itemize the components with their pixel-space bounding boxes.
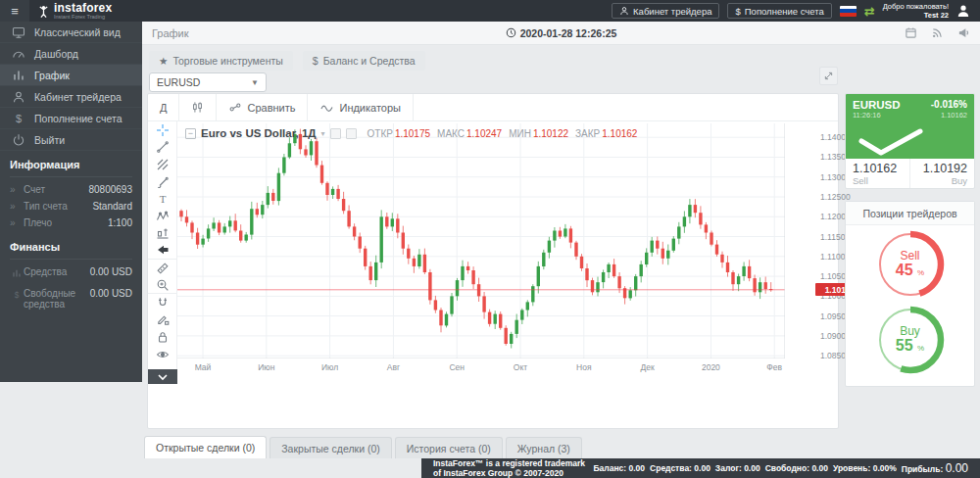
dollar-icon: $: [313, 55, 318, 67]
drawing-tools-strip: T: [148, 121, 177, 384]
x-axis-label: Июл: [316, 362, 345, 372]
legend-title: Euro vs US Dollar, 1Д: [201, 127, 316, 139]
collapse-legend-icon[interactable]: −: [185, 128, 196, 139]
sidebar-item-dashboard[interactable]: Дашборд: [0, 43, 142, 65]
trader-cabinet-button[interactable]: Кабинет трейдера: [612, 3, 719, 19]
chart-type-button[interactable]: [179, 94, 217, 120]
menu-toggle-icon[interactable]: ≡: [0, 0, 29, 22]
ohlc-item: ОТКР1.10175: [368, 127, 431, 139]
buy-quote-cell[interactable]: 1.10192 Buy: [909, 159, 974, 189]
user-icon: [12, 90, 25, 104]
text-tool[interactable]: T: [148, 190, 177, 208]
x-axis-label: Ноя: [569, 362, 599, 372]
indicators-button[interactable]: Индикаторы: [308, 94, 414, 120]
check-icon: [856, 127, 926, 157]
sidebar-item-label: Дашборд: [34, 48, 78, 60]
footer-stat: Залог: 0.00: [715, 463, 760, 473]
footer-stat: Средства: 0.00: [650, 463, 710, 473]
quote-card[interactable]: EURUSD -0.016% 11:26:16 1.10162 1.10162 …: [845, 93, 975, 189]
language-flag-russia-icon[interactable]: [840, 6, 857, 17]
page-titlebar: График 2020-01-28 12:26:25: [142, 22, 980, 45]
sidebar-info-section: Информация »Счет80800693»Тип счетаStanda…: [0, 151, 142, 233]
compare-button[interactable]: Сравнить: [217, 94, 308, 120]
wave-icon: [319, 101, 334, 114]
trader-positions-panel: Позиции трейдеров Sell 45 % Buy 55 %: [845, 201, 975, 387]
svg-text:$: $: [16, 113, 22, 124]
brand-logo[interactable]: instaforex Instant Forex Trading: [29, 2, 120, 21]
quote-time: 11:26:16: [853, 111, 881, 120]
sidebar-item-power[interactable]: Выйти: [0, 129, 142, 151]
eye-tool[interactable]: [148, 346, 177, 363]
trend-line-tool[interactable]: [148, 139, 177, 157]
sidebar-info-row: »Плечо1:100: [10, 215, 132, 231]
sidebar-item-classic-view[interactable]: Классический вид: [0, 22, 142, 43]
tab-журнал-3-[interactable]: Журнал (3): [506, 437, 582, 458]
sidebar-item-label: Пополнение счета: [34, 113, 122, 124]
lock-tool[interactable]: [148, 328, 177, 346]
sell-price: 1.10162: [853, 162, 903, 175]
welcome-block: Добро пожаловать! Test 22: [883, 2, 949, 21]
brush-tool[interactable]: [148, 173, 177, 191]
clock-icon: [506, 27, 516, 38]
magnet-tool[interactable]: [148, 294, 177, 311]
legend-action-icon[interactable]: [330, 128, 341, 139]
zoom-in-tool[interactable]: [148, 276, 177, 294]
sidebar-info-row: »Тип счетаStandard: [10, 198, 132, 215]
deposit-label: Пополнение счета: [745, 6, 824, 17]
arrow-left-tool[interactable]: [148, 242, 177, 260]
ohlc-item: МИН1.10122: [509, 127, 568, 139]
dollar-icon: $: [12, 112, 25, 125]
crosshair-tool[interactable]: [148, 121, 177, 139]
pitchfork-tool[interactable]: [148, 156, 177, 173]
collapse-toolbar-button[interactable]: [148, 369, 177, 384]
candlestick-icon: [191, 101, 204, 114]
quote-price-small: 1.10162: [941, 111, 967, 120]
x-axis-label: Июн: [252, 362, 281, 372]
account-stats: Баланс: 0.00Средства: 0.00Залог: 0.00Сво…: [593, 461, 968, 475]
chart-panel: Д Сравнить Индикаторы T − Euro vs US Dol…: [147, 93, 839, 429]
avatar-icon[interactable]: [956, 4, 970, 18]
sidebar-item-user[interactable]: Кабинет трейдера: [0, 86, 142, 108]
sidebar-info-row: »Счет80800693: [10, 181, 132, 198]
ohlc-item: ЗАКР1.10162: [575, 127, 637, 139]
sell-quote-cell[interactable]: 1.10162 Sell: [846, 159, 909, 189]
buy-percent: 55: [896, 337, 913, 354]
buy-price: 1.10192: [917, 162, 967, 175]
tab-история-счета-0-[interactable]: История счета (0): [395, 437, 503, 458]
ohlc-values: ОТКР1.10175МАКС1.10247МИН1.10122ЗАКР1.10…: [368, 127, 638, 139]
megaphone-icon[interactable]: [957, 26, 970, 39]
sidebar-item-dollar[interactable]: $Пополнение счета: [0, 108, 142, 129]
sidebar-finance-section: Финансы Средства0.00 USD$Свободные средс…: [0, 233, 142, 314]
x-axis-label: Дек: [633, 362, 662, 372]
footer-stat: Уровень: 0.00%: [833, 463, 897, 473]
svg-text:T: T: [159, 193, 166, 205]
sell-gauge: Sell 45 %: [870, 228, 951, 301]
calendar-icon[interactable]: [905, 26, 917, 39]
ruler-tool[interactable]: [148, 260, 177, 277]
candlestick-chart[interactable]: [177, 123, 785, 358]
legend-action-icon[interactable]: [346, 128, 357, 139]
transfer-arrows-icon[interactable]: ⇄: [864, 5, 875, 18]
trading-instruments-button[interactable]: ★ Торговые инструменты: [149, 51, 293, 71]
balance-funds-button[interactable]: $ Баланс и Средства: [303, 51, 425, 71]
fullscreen-button[interactable]: [819, 67, 838, 85]
rss-icon[interactable]: [931, 26, 944, 39]
status-footer: InstaForex™ is a registered trademark of…: [421, 458, 980, 478]
footer-spacer: [0, 458, 421, 478]
draw-lock-tool[interactable]: [148, 311, 177, 329]
symbol-select[interactable]: EURUSD ▼: [149, 72, 267, 92]
tab-закрытые-сделки-0-[interactable]: Закрытые сделки (0): [270, 437, 391, 458]
finance-section-title: Финансы: [10, 241, 132, 260]
classic-view-icon: [12, 25, 25, 39]
quote-header: EURUSD -0.016% 11:26:16 1.10162: [846, 94, 974, 159]
x-axis-label: 2020: [696, 362, 725, 372]
plot-area[interactable]: − Euro vs US Dollar, 1Д ▾ ОТКР1.10175МАК…: [177, 121, 838, 428]
tab-открытые-сделки-0-[interactable]: Открытые сделки (0): [144, 436, 267, 458]
forecast-tool[interactable]: [148, 225, 177, 243]
deposit-button[interactable]: $ Пополнение счета: [727, 3, 831, 19]
sidebar-item-chart-bars[interactable]: График: [0, 65, 142, 86]
sidebar-item-label: Кабинет трейдера: [34, 91, 122, 103]
pattern-tool[interactable]: [148, 208, 177, 225]
interval-button[interactable]: Д: [148, 94, 179, 120]
x-axis-label: Фев: [760, 362, 789, 372]
